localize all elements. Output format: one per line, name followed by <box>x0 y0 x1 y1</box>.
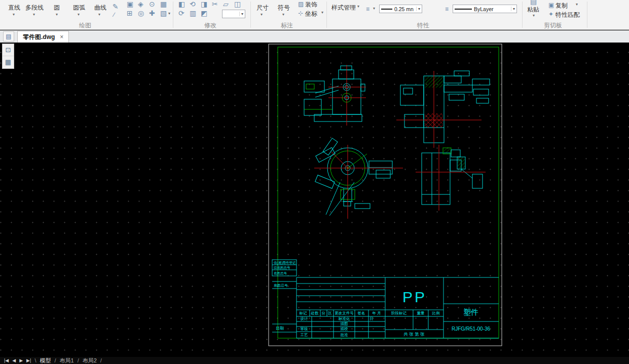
dimension-button[interactable]: 尺寸 <box>256 4 269 12</box>
dimension-caret-icon[interactable]: ▾ <box>261 13 263 17</box>
modify-icon-8[interactable]: ▥ <box>190 10 196 17</box>
lineweight-value: 0.25 mn <box>394 6 414 12</box>
view-top-left-centerlines <box>328 65 366 126</box>
document-tab-title: 零件图.dwg <box>23 33 55 42</box>
segment-icon[interactable]: ∕ <box>114 11 115 18</box>
decorate-button[interactable]: 装饰 <box>305 1 317 9</box>
copy-icon: ▣ <box>548 2 554 9</box>
paste-caret-icon[interactable]: ▾ <box>533 14 535 18</box>
mini-toolbar: ⊡ ▦ <box>2 44 14 69</box>
copy-caret-icon[interactable]: ▾ <box>576 3 578 7</box>
view-middle-right-centerlines <box>416 145 486 211</box>
row-day: 日 <box>369 316 374 321</box>
style-manager-button[interactable]: 样式管理 <box>331 4 356 12</box>
circle-tool-button[interactable]: 圆 <box>54 4 60 12</box>
draw-icon-5[interactable]: ⊞ <box>127 10 133 17</box>
last-tab-button[interactable]: ▶| <box>26 358 31 363</box>
match-properties-icon: ✦ <box>548 11 553 18</box>
draw-icon-7[interactable]: ✚ <box>149 10 155 17</box>
match-properties-button[interactable]: 特性匹配 <box>556 11 580 19</box>
drawing-number-text: RJFG/R51-00-36 <box>452 326 491 332</box>
draw-icon-6[interactable]: ◎ <box>138 10 144 17</box>
polyline-caret-icon[interactable]: ▾ <box>33 13 35 17</box>
line-tool-button[interactable]: 直线 <box>8 4 20 12</box>
modify-icon-6[interactable]: ◫ <box>234 1 241 8</box>
clipboard-group-label: 剪切板 <box>535 21 571 30</box>
line-caret-icon[interactable]: ▾ <box>13 13 15 17</box>
lineweight-combobox[interactable]: 0.25 mn ▾ <box>379 5 422 13</box>
layer-list-icon[interactable]: ≡ <box>366 6 369 13</box>
coordinate-button[interactable]: 坐标 <box>305 10 317 18</box>
copy-button[interactable]: 复制 <box>556 2 568 10</box>
circle-caret-icon[interactable]: ▾ <box>56 13 58 17</box>
layout1-tab[interactable]: 布局1 <box>60 357 74 364</box>
margin-note-2: 旧底图总号 <box>274 266 290 270</box>
layout2-tab[interactable]: 布局2 <box>83 357 97 364</box>
sheets-label: 共 张 第 张 <box>403 332 425 337</box>
arc-tool-button[interactable]: 圆弧 <box>73 4 85 12</box>
draw-icon-1[interactable]: ▣ <box>127 1 133 8</box>
polyline-tool-button[interactable]: 多段线 <box>25 4 44 12</box>
color-caret-icon[interactable]: ▾ <box>511 7 515 11</box>
first-tab-button[interactable]: |◀ <box>4 358 9 363</box>
model-tab[interactable]: 模型 <box>40 357 51 364</box>
hdr-count: 处数 <box>311 311 319 315</box>
draw-icon-8[interactable]: ▧ <box>160 10 167 17</box>
decorate-icon[interactable]: ▨ <box>298 1 304 8</box>
modify-icon-5[interactable]: ▱ <box>223 1 229 8</box>
lineweight-caret-icon[interactable]: ▾ <box>416 7 420 11</box>
hdr-sign: 签名 <box>358 311 365 315</box>
tab-separator: / <box>100 357 102 363</box>
group-separator <box>326 2 327 28</box>
hdr-mark: 标记 <box>299 311 308 315</box>
coordinate-caret-icon[interactable]: ▾ <box>321 11 323 15</box>
modify-icon-2[interactable]: ⟲ <box>190 1 196 8</box>
symbol-caret-icon[interactable]: ▾ <box>282 13 284 17</box>
color-combobox[interactable]: ByLayer ▾ <box>453 5 517 13</box>
drawing-area[interactable]: ⊡ ▦ <box>0 43 629 357</box>
group-separator <box>250 2 251 28</box>
curve-caret-icon[interactable]: ▾ <box>98 13 100 17</box>
modify-icon-1[interactable]: ◧ <box>178 1 185 8</box>
coordinate-icon[interactable]: ⊹ <box>298 10 303 17</box>
view-middle-right <box>422 148 483 205</box>
group-separator <box>173 2 173 28</box>
next-tab-button[interactable]: ▶ <box>19 358 23 363</box>
style-manager-caret-icon[interactable]: ▾ <box>357 5 359 9</box>
draw-icon-3[interactable]: ⊙ <box>149 1 155 8</box>
symbol-button[interactable]: 符号 <box>278 4 290 12</box>
modify-icon-9[interactable]: ◩ <box>201 10 207 17</box>
group-separator <box>522 2 523 28</box>
row-check: 审核 <box>301 327 309 331</box>
modify-dropdown-caret-icon[interactable]: ▾ <box>239 12 243 16</box>
draw-icon-4[interactable]: ▦ <box>160 1 167 8</box>
sheet-icon[interactable]: ▤ <box>3 31 14 42</box>
base-no-label: 底图总号 <box>274 284 288 288</box>
view-circular <box>315 138 392 216</box>
pencil-icon[interactable]: ✎ <box>113 3 119 10</box>
tab-separator: \ <box>34 357 36 363</box>
margin-note-1: 借(通)用件登记 <box>274 261 296 265</box>
overlay-icon[interactable]: ⊡ <box>3 44 14 56</box>
modify-dropdown[interactable]: ▾ <box>222 10 245 18</box>
prev-tab-button[interactable]: ◀ <box>12 358 16 363</box>
cad-application-window: 直线 ▾ 多段线 ▾ 圆 ▾ 圆弧 ▾ 曲线 ▾ ✎ ∕ ▣ ◈ ⊙ ▦ ⊞ ◎… <box>0 0 629 364</box>
clipboard-icon: ▤ <box>530 0 537 5</box>
row-tracing: 描图 <box>341 321 348 326</box>
draw-more-caret-icon[interactable]: ▾ <box>168 12 170 16</box>
close-tab-icon[interactable]: × <box>60 33 63 41</box>
modify-icon-4[interactable]: ✂ <box>212 1 218 8</box>
draw-icon-2[interactable]: ◈ <box>138 1 143 8</box>
document-tab[interactable]: 零件图.dwg × <box>17 31 69 43</box>
properties-group-label: 特性 <box>408 21 438 30</box>
linetype-icon[interactable]: ≡ <box>445 6 449 13</box>
layer-list-caret-icon[interactable]: ▾ <box>373 7 375 11</box>
grid-icon[interactable]: ▦ <box>3 56 14 68</box>
modify-icon-7[interactable]: ⟳ <box>178 10 184 17</box>
view-circular-centerlines <box>314 145 403 219</box>
modify-icon-3[interactable]: ◨ <box>201 1 207 8</box>
curve-tool-button[interactable]: 曲线 <box>94 4 106 12</box>
hdr-date: 年 月 <box>372 311 381 315</box>
arc-caret-icon[interactable]: ▾ <box>78 13 80 17</box>
row-proofread: 描校 <box>341 327 349 331</box>
